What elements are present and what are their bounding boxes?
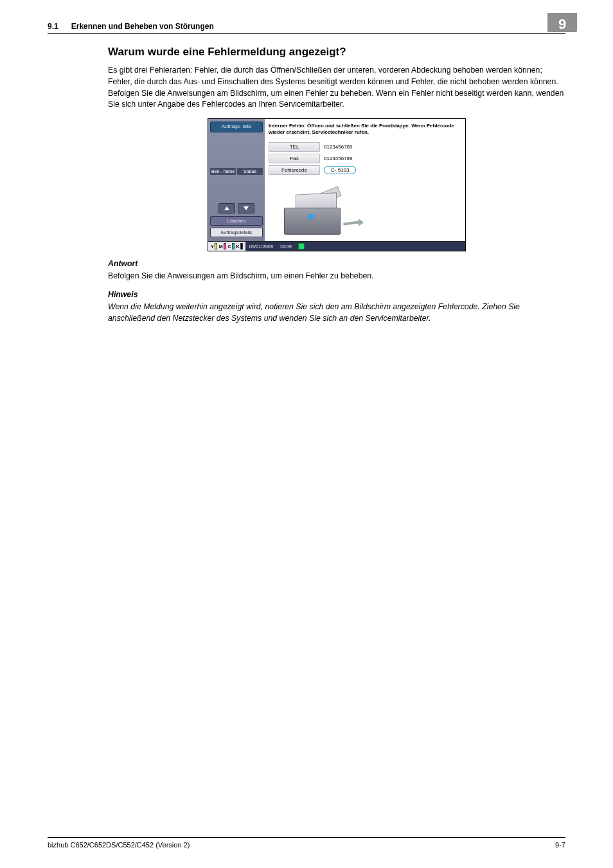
section-title: Erkennen und Beheben von Störungen: [71, 22, 214, 31]
device-sidebar: Auftrags- liste Ben.- name Status Lösche…: [208, 119, 265, 241]
answer-text: Befolgen Sie die Anweisungen am Bildschi…: [108, 271, 565, 282]
time: 16:09: [280, 244, 292, 249]
intro-paragraph: Es gibt drei Fehlerarten: Fehler, die du…: [108, 65, 565, 111]
section-number: 9.1: [48, 22, 58, 31]
error-message: Interner Fehler. Öffnen und schließen Si…: [269, 123, 461, 136]
errorcode-label: Fehlercode: [269, 165, 320, 175]
toner-m-label: M: [219, 244, 223, 249]
footer-right: 9-7: [555, 841, 565, 849]
printer-illustration: [269, 177, 461, 239]
page-heading: Warum wurde eine Fehlermeldung angezeigt…: [108, 46, 565, 59]
header-divider: [48, 33, 565, 34]
date: 05/01/2009: [249, 244, 274, 249]
toner-c-label: C: [228, 244, 231, 249]
delete-button[interactable]: Löschen: [210, 216, 263, 226]
joblist-tab[interactable]: Auftrags- liste: [210, 122, 263, 132]
device-screenshot: Auftrags- liste Ben.- name Status Lösche…: [208, 118, 466, 251]
answer-heading: Antwort: [108, 259, 565, 268]
toner-levels: Y M C K: [208, 242, 245, 251]
footer-left: bizhub C652/C652DS/C552/C452 (Version 2): [48, 841, 190, 849]
jobdetails-button[interactable]: Auftragsdetails: [210, 228, 263, 237]
column-status: Status: [237, 168, 263, 175]
toner-y-label: Y: [211, 244, 214, 249]
column-username: Ben.- name: [210, 168, 236, 175]
errorcode-value: C- 5103: [324, 166, 356, 174]
note-text: Wenn die Meldung weiterhin angezeigt wir…: [108, 302, 565, 325]
memory-icon: [298, 243, 305, 249]
fax-value: 0123456789: [324, 156, 353, 161]
arrow-up-icon[interactable]: [218, 203, 235, 213]
tel-label: TEL: [269, 142, 320, 152]
chapter-tab: 9: [547, 13, 577, 32]
arrow-down-icon[interactable]: [238, 203, 254, 213]
note-heading: Hinweis: [108, 290, 565, 299]
device-main: Interner Fehler. Öffnen und schließen Si…: [265, 119, 465, 241]
device-bottombar: Y M C K 05/01/2009 16:09: [208, 241, 465, 251]
toner-k-label: K: [236, 244, 240, 249]
tel-value: 0123456789: [324, 144, 353, 150]
fax-label: Fax: [269, 154, 320, 163]
